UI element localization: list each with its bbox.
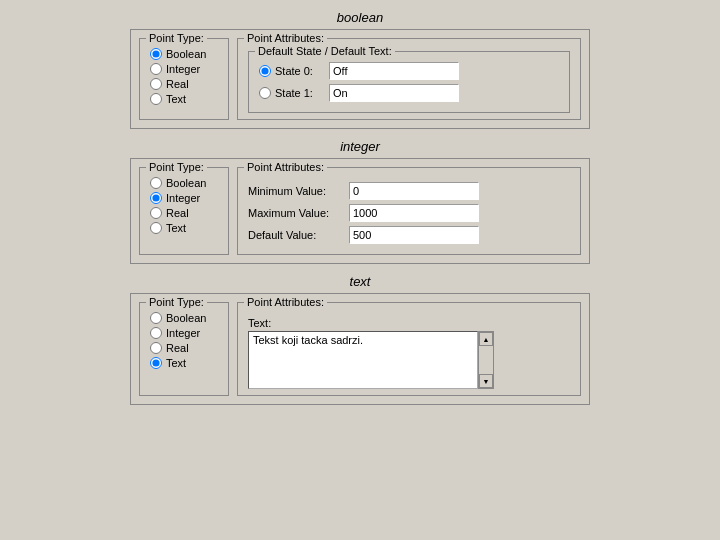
radio-state-1[interactable] xyxy=(259,87,271,99)
boolean-section: boolean Point Type: Boolean Integer Real xyxy=(20,10,700,129)
text-input[interactable]: Tekst koji tacka sadrzi. xyxy=(248,331,478,389)
label-state-0: State 0: xyxy=(275,65,325,77)
boolean-default-state-box: Default State / Default Text: State 0: S… xyxy=(248,51,570,113)
label-boolean-text: Text xyxy=(166,93,186,105)
radio-state-0[interactable] xyxy=(259,65,271,77)
radio-row-text-text: Text xyxy=(150,357,218,369)
text-point-type-box: Point Type: Boolean Integer Real Text xyxy=(139,302,229,396)
integer-panel: Point Type: Boolean Integer Real Text xyxy=(130,158,590,264)
radio-row-text-real: Real xyxy=(150,342,218,354)
input-max-value[interactable] xyxy=(349,204,479,222)
text-field-label: Text: xyxy=(248,317,570,329)
integer-point-attrs-box: Point Attributes: Minimum Value: Maximum… xyxy=(237,167,581,255)
page-wrapper: boolean Point Type: Boolean Integer Real xyxy=(0,0,720,415)
label-int-text: Text xyxy=(166,222,186,234)
radio-row-text-int: Integer xyxy=(150,327,218,339)
radio-boolean-int[interactable] xyxy=(150,63,162,75)
label-boolean-bool: Boolean xyxy=(166,48,206,60)
scroll-up-btn[interactable]: ▲ xyxy=(479,332,493,346)
attr-row-max: Maximum Value: xyxy=(248,204,570,222)
radio-row-int-real: Real xyxy=(150,207,218,219)
label-int-real: Real xyxy=(166,207,189,219)
scroll-track xyxy=(479,346,493,374)
input-min-value[interactable] xyxy=(349,182,479,200)
scroll-down-btn[interactable]: ▼ xyxy=(479,374,493,388)
scrollbar-vertical[interactable]: ▲ ▼ xyxy=(478,331,494,389)
input-state-1[interactable] xyxy=(329,84,459,102)
attr-row-default: Default Value: xyxy=(248,226,570,244)
integer-title: integer xyxy=(340,139,380,154)
label-min-value: Minimum Value: xyxy=(248,185,343,197)
text-area-container: Tekst koji tacka sadrzi. ▲ ▼ xyxy=(248,331,570,389)
state-row-0: State 0: xyxy=(259,62,559,80)
radio-boolean-real[interactable] xyxy=(150,78,162,90)
input-state-0[interactable] xyxy=(329,62,459,80)
radio-text-real[interactable] xyxy=(150,342,162,354)
state-row-1: State 1: xyxy=(259,84,559,102)
label-max-value: Maximum Value: xyxy=(248,207,343,219)
boolean-panel: Point Type: Boolean Integer Real Text xyxy=(130,29,590,129)
label-text-int: Integer xyxy=(166,327,200,339)
label-text-bool: Boolean xyxy=(166,312,206,324)
integer-point-attrs-legend: Point Attributes: xyxy=(244,161,327,173)
text-panel: Point Type: Boolean Integer Real Text xyxy=(130,293,590,405)
label-default-value: Default Value: xyxy=(248,229,343,241)
radio-row-boolean-bool: Boolean xyxy=(150,48,218,60)
radio-row-int-bool: Boolean xyxy=(150,177,218,189)
radio-int-real[interactable] xyxy=(150,207,162,219)
label-boolean-real: Real xyxy=(166,78,189,90)
label-text-real: Real xyxy=(166,342,189,354)
radio-row-text-bool: Boolean xyxy=(150,312,218,324)
radio-row-boolean-real: Real xyxy=(150,78,218,90)
label-text-text: Text xyxy=(166,357,186,369)
radio-row-boolean-int: Integer xyxy=(150,63,218,75)
radio-boolean-text[interactable] xyxy=(150,93,162,105)
radio-int-bool[interactable] xyxy=(150,177,162,189)
boolean-point-attrs-box: Point Attributes: Default State / Defaul… xyxy=(237,38,581,120)
attr-row-min: Minimum Value: xyxy=(248,182,570,200)
integer-point-type-legend: Point Type: xyxy=(146,161,207,173)
text-title: text xyxy=(350,274,371,289)
label-boolean-int: Integer xyxy=(166,63,200,75)
text-point-type-legend: Point Type: xyxy=(146,296,207,308)
radio-row-int-int: Integer xyxy=(150,192,218,204)
input-default-value[interactable] xyxy=(349,226,479,244)
radio-int-text[interactable] xyxy=(150,222,162,234)
boolean-point-type-legend: Point Type: xyxy=(146,32,207,44)
boolean-default-state-legend: Default State / Default Text: xyxy=(255,45,395,57)
boolean-title: boolean xyxy=(337,10,383,25)
boolean-point-attrs-legend: Point Attributes: xyxy=(244,32,327,44)
integer-point-type-box: Point Type: Boolean Integer Real Text xyxy=(139,167,229,255)
radio-boolean-bool[interactable] xyxy=(150,48,162,60)
integer-section: integer Point Type: Boolean Integer Real xyxy=(20,139,700,264)
radio-row-int-text: Text xyxy=(150,222,218,234)
text-point-attrs-box: Point Attributes: Text: Tekst koji tacka… xyxy=(237,302,581,396)
radio-int-int[interactable] xyxy=(150,192,162,204)
label-int-bool: Boolean xyxy=(166,177,206,189)
label-state-1: State 1: xyxy=(275,87,325,99)
radio-text-int[interactable] xyxy=(150,327,162,339)
text-section: text Point Type: Boolean Integer Real xyxy=(20,274,700,405)
label-int-int: Integer xyxy=(166,192,200,204)
radio-text-bool[interactable] xyxy=(150,312,162,324)
boolean-point-type-box: Point Type: Boolean Integer Real Text xyxy=(139,38,229,120)
radio-row-boolean-text: Text xyxy=(150,93,218,105)
radio-text-text[interactable] xyxy=(150,357,162,369)
text-point-attrs-legend: Point Attributes: xyxy=(244,296,327,308)
